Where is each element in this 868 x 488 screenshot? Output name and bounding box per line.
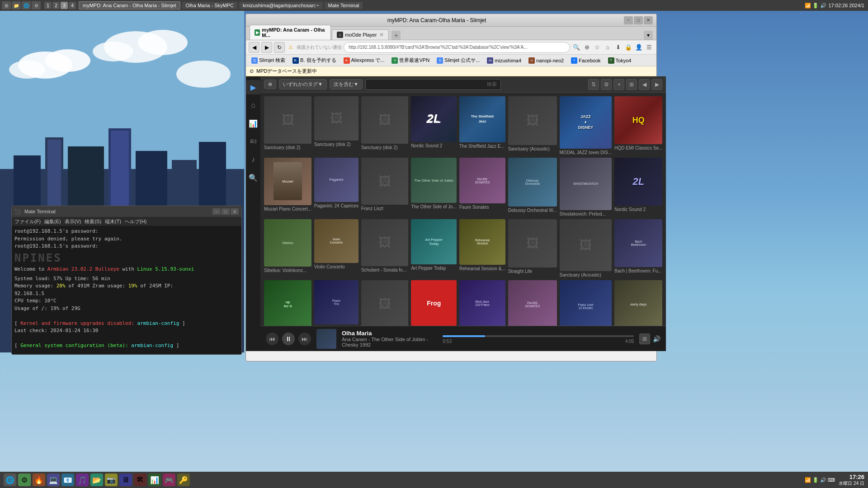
nav-star-icon[interactable]: ☆ bbox=[593, 43, 602, 52]
taskbar-app-skympc[interactable]: Olha Maria - SkyMPC bbox=[182, 2, 237, 9]
album-item-nordic[interactable]: 2L Nordic Sound 2 bbox=[411, 96, 457, 155]
album-item-paganini[interactable]: Paganini Paganini: 24 Caprices bbox=[314, 158, 359, 216]
mpd-search-box[interactable]: 検索 bbox=[365, 79, 501, 90]
sidebar-icon-play[interactable]: ▶ bbox=[246, 80, 260, 94]
taskbar-app-terminal2[interactable]: Mate Terminal bbox=[325, 2, 363, 9]
nav-forward-btn[interactable]: ▶ bbox=[261, 42, 272, 53]
album-item-liszt2[interactable]: Franz Liszt12 Etudes Franz Liszt 12 Etud… bbox=[560, 280, 612, 326]
bottom-icon-4[interactable]: 💻 bbox=[47, 474, 60, 486]
terminal-menu-terminal[interactable]: 端末(T) bbox=[105, 218, 121, 225]
album-item-piano[interactable]: PianoTrio Piano Trio bbox=[314, 280, 359, 326]
bookmark-vpn[interactable]: V 世界最速VPN bbox=[389, 56, 432, 65]
nav-zoom-icon[interactable]: 🔍 bbox=[572, 43, 581, 52]
bottom-icon-11[interactable]: 📊 bbox=[148, 474, 161, 486]
mpd-next-btn[interactable]: ▶ bbox=[651, 79, 662, 90]
player-prev-btn[interactable]: ⏮ bbox=[266, 333, 278, 345]
bookmark-aliexpress[interactable]: A Aliexpress で... bbox=[341, 56, 387, 65]
url-bar[interactable]: http://192.168.1.5:8080/#?B'card'%3A'Bro… bbox=[344, 42, 570, 53]
taskbar-app-mympd[interactable]: myMPD: Ana Caram - Olha Maria - Slimjet bbox=[79, 1, 180, 9]
bottom-icon-13[interactable]: 🔑 bbox=[177, 474, 190, 486]
sidebar-icon-home[interactable]: ⌂ bbox=[246, 98, 260, 113]
album-item-debussy[interactable]: DebussyOrchestral Debussy Orchestral W..… bbox=[508, 158, 557, 216]
album-item-jobim[interactable]: The Other Side of Jobim The Other Side o… bbox=[411, 158, 457, 216]
album-item-nordic2[interactable]: 2L Nordic Sound 2 bbox=[614, 158, 662, 216]
mpd-add-btn[interactable]: + bbox=[613, 79, 624, 90]
mpd-settings-btn[interactable]: ⚙ bbox=[601, 79, 612, 90]
sidebar-icon-stats[interactable]: 📊 bbox=[246, 116, 260, 131]
taskbar-app-terminal1[interactable]: kmizushima@lagartojuanchosan:~ bbox=[239, 2, 323, 9]
album-item-sheffield[interactable]: The SheffieldJazz The Sheffield Jazz E..… bbox=[459, 96, 505, 155]
player-options-btn[interactable]: ⊞ bbox=[639, 333, 650, 344]
album-item-artpepper[interactable]: Art PepperToday Art Pepper Today bbox=[411, 219, 457, 278]
workspace-3[interactable]: 3 bbox=[61, 2, 68, 9]
terminal-menu-edit[interactable]: 編集(E) bbox=[44, 218, 61, 225]
bottom-icon-7[interactable]: 📂 bbox=[90, 474, 103, 486]
album-item-violin[interactable]: ViolinConcerto Violin Concerto bbox=[314, 219, 359, 278]
album-item-liszt[interactable]: 🖼 Franz Liszt bbox=[361, 158, 409, 216]
sidebar-icon-queue[interactable]: ≡3 bbox=[246, 134, 260, 149]
mpd-prev-btn[interactable]: ◀ bbox=[639, 79, 650, 90]
terminal-minimize[interactable]: − bbox=[212, 208, 221, 215]
terminal-menu-view[interactable]: 表示(V) bbox=[65, 218, 81, 225]
browser-restore-btn[interactable]: □ bbox=[634, 16, 643, 24]
bottom-icon-6[interactable]: 🎵 bbox=[76, 474, 89, 486]
mpd-filter-contains-btn[interactable]: 次を含む▼ bbox=[330, 79, 363, 89]
volume-icon[interactable]: 🔊 bbox=[653, 335, 660, 343]
bookmark-nanopi[interactable]: n nanopi-neo2 bbox=[526, 56, 566, 65]
file-manager-icon[interactable]: 📁 bbox=[12, 1, 21, 9]
workspace-2[interactable]: 2 bbox=[52, 2, 60, 9]
album-item-hq[interactable]: HQ HQD EMI Classics Se... bbox=[614, 96, 662, 155]
album-item-sanctuary-ac[interactable]: 🖼 Sanctuary (Acoustic) bbox=[560, 219, 612, 278]
mpd-sort-btn[interactable]: ⇅ bbox=[588, 79, 599, 90]
album-item-shostakovich[interactable]: SHOSTAKOVICH Shostakovich: Prelud... bbox=[560, 158, 612, 216]
album-item-bach[interactable]: BachBeethoven Bach | Beethoven: Fu... bbox=[614, 219, 662, 278]
nav-reload-btn[interactable]: ↻ bbox=[274, 42, 285, 53]
sidebar-icon-playlist[interactable]: ♪ bbox=[246, 152, 260, 167]
bottom-icon-2[interactable]: ⚙ bbox=[18, 474, 31, 486]
mpd-grid-btn[interactable]: ⊞ bbox=[626, 79, 637, 90]
tab-moode[interactable]: ♪ moOde Player ✕ bbox=[332, 29, 389, 40]
bookmark-tokyo4[interactable]: T Tokyo4 bbox=[605, 56, 634, 65]
album-item-jazz-disney[interactable]: JAZZ♦DISNEY MODAL JAZZ loves DIS... bbox=[560, 96, 612, 155]
nav-ext1-icon[interactable]: ⬇ bbox=[613, 43, 623, 52]
album-item[interactable]: 🖼 Sanctuary (disk 2) bbox=[264, 96, 311, 155]
bottom-icon-10[interactable]: 🛠 bbox=[134, 474, 146, 486]
workspace-1[interactable]: 1 bbox=[44, 2, 52, 9]
nav-back-btn[interactable]: ◀ bbox=[249, 42, 259, 53]
bottom-icon-1[interactable]: 🌐 bbox=[4, 474, 16, 486]
album-item-earlyd[interactable]: early days early days bbox=[614, 280, 662, 326]
album-item-faure2[interactable]: FAURESONATES Faure Sonates bbox=[508, 280, 557, 326]
new-tab-btn[interactable]: + bbox=[392, 31, 401, 40]
album-item[interactable]: 🖼 Sanctuary (disk 2) bbox=[361, 96, 409, 155]
album-item-upforit[interactable]: upfor it Up for It bbox=[264, 280, 311, 326]
mpd-filter-tag-btn[interactable]: いずれかのタグ▼ bbox=[279, 79, 327, 89]
tab-list-btn[interactable]: ▾ bbox=[644, 31, 653, 40]
terminal-close[interactable]: ✕ bbox=[231, 208, 239, 215]
nav-share-icon[interactable]: ⊕ bbox=[582, 43, 591, 52]
bottom-icon-3[interactable]: 🔥 bbox=[33, 474, 45, 486]
bottom-icon-8[interactable]: 📷 bbox=[105, 474, 118, 486]
nav-menu-icon[interactable]: ☰ bbox=[645, 43, 654, 52]
nav-home-icon[interactable]: ⌂ bbox=[603, 43, 612, 52]
terminal-body[interactable]: root@192.168.1.5's password: Permission … bbox=[12, 226, 241, 354]
terminal-menu-help[interactable]: ヘルプ(H) bbox=[125, 218, 146, 225]
nav-profile-icon[interactable]: 👤 bbox=[634, 43, 643, 52]
album-item-mozart[interactable]: Mozart Mozart Piano Concert... bbox=[264, 158, 311, 216]
bookmark-slimjet[interactable]: S Slimjet 検索 bbox=[249, 56, 288, 65]
terminal-menu-search[interactable]: 検索(S) bbox=[85, 218, 101, 225]
progress-bar-container[interactable] bbox=[443, 335, 634, 337]
bookmark-facebook[interactable]: f Facebook bbox=[568, 56, 603, 65]
browser-close-btn[interactable]: ✕ bbox=[644, 16, 653, 24]
album-item-schubert[interactable]: 🖼 Schubert - Sonata fo... bbox=[361, 219, 409, 278]
bookmark-slimjet2[interactable]: S Slimjet 公式サ... bbox=[434, 56, 482, 65]
album-item[interactable]: 🖼 Sanctuary (disk 2) bbox=[314, 96, 359, 155]
album-item-sibelius[interactable]: Sibelius Sibelius: Violinkonz... bbox=[264, 219, 311, 278]
bookmark-mizushima[interactable]: m mizushima4 bbox=[484, 56, 524, 65]
browser-minimize-btn[interactable]: − bbox=[624, 16, 633, 24]
terminal-maximize[interactable]: □ bbox=[222, 208, 230, 215]
bookmark-booking[interactable]: B. B. 宿を予約する bbox=[290, 56, 339, 65]
album-item-bestjazz[interactable]: Best Jazz100 Piano Best Jazz 100 Piano..… bbox=[459, 280, 505, 326]
album-item-faure1[interactable]: FAURESONATES Faure Sonates bbox=[459, 158, 505, 216]
sidebar-icon-search[interactable]: 🔍 bbox=[246, 170, 260, 185]
bottom-icon-5[interactable]: 📧 bbox=[61, 474, 74, 486]
